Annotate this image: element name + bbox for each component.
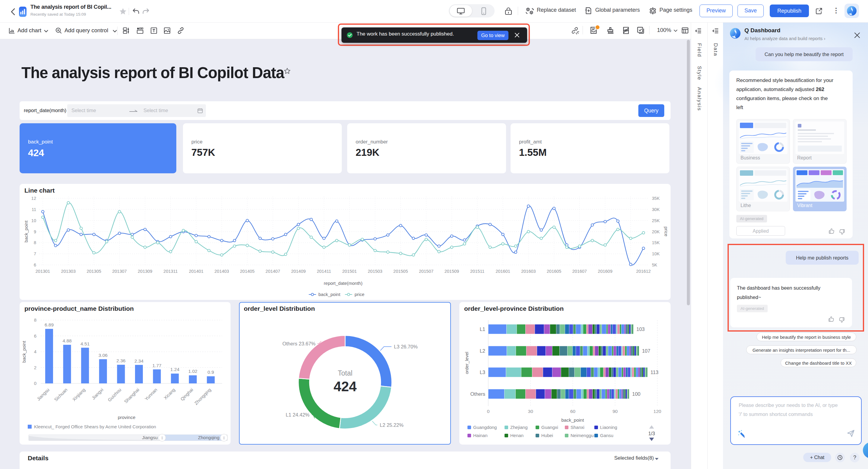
svg-text:201607: 201607	[572, 269, 587, 274]
svg-text:35K: 35K	[652, 196, 660, 201]
svg-text:report_date(month): report_date(month)	[324, 281, 362, 286]
svg-text:6.89: 6.89	[44, 322, 54, 327]
svg-text:424: 424	[334, 379, 357, 394]
svg-text:back_point: back_point	[24, 220, 29, 242]
svg-text:Shanxi: Shanxi	[570, 425, 584, 430]
svg-text:L1 24.42%: L1 24.42%	[286, 412, 310, 417]
svg-text:15K: 15K	[652, 240, 660, 245]
svg-text:201409: 201409	[291, 269, 306, 274]
svg-text:Total: Total	[338, 369, 352, 377]
svg-text:201305: 201305	[87, 269, 101, 274]
svg-text:back_point: back_point	[22, 341, 27, 363]
svg-text:Zhongqing: Zhongqing	[193, 387, 212, 406]
svg-text:Zhongqing: Zhongqing	[198, 435, 219, 440]
svg-text:201307: 201307	[112, 269, 127, 274]
svg-text:10K: 10K	[652, 251, 660, 256]
svg-text:Neimenggu: Neimenggu	[570, 433, 594, 438]
svg-text:Others 23.67%: Others 23.67%	[282, 341, 315, 346]
svg-text:order_level: order_level	[464, 352, 469, 374]
svg-text:4.51: 4.51	[81, 341, 90, 346]
svg-text:Gansu: Gansu	[600, 433, 613, 438]
svg-text:3.06: 3.06	[98, 353, 107, 358]
svg-text:L3: L3	[480, 370, 485, 375]
svg-text:Sichuan: Sichuan	[53, 387, 68, 402]
svg-text:price: price	[355, 292, 365, 297]
svg-text:||: ||	[161, 436, 163, 439]
svg-text:201612: 201612	[636, 269, 651, 274]
svg-text:10: 10	[31, 218, 36, 223]
svg-text:Xicang: Xicang	[163, 387, 176, 400]
svg-text:Kleencut_ Forged Office Shears: Kleencut_ Forged Office Shears by Acme U…	[34, 424, 156, 429]
svg-text:201601: 201601	[495, 269, 510, 274]
svg-text:0: 0	[487, 409, 490, 414]
svg-text:201403: 201403	[215, 269, 229, 274]
svg-text:201603: 201603	[521, 269, 535, 274]
svg-text:30K: 30K	[652, 207, 660, 212]
svg-text:2.34: 2.34	[134, 358, 144, 364]
svg-text:201401: 201401	[189, 269, 204, 274]
svg-text:Qinghai: Qinghai	[179, 387, 194, 402]
svg-text:2.36: 2.36	[116, 358, 125, 363]
svg-text:4: 4	[34, 349, 36, 354]
svg-text:201301: 201301	[36, 269, 50, 274]
svg-text:4.88: 4.88	[63, 338, 72, 343]
svg-text:Guangdong: Guangdong	[473, 425, 497, 430]
svg-text:1.24: 1.24	[170, 367, 180, 372]
svg-text:Guangxi: Guangxi	[541, 425, 558, 430]
svg-text:Jiangxi: Jiangxi	[91, 387, 104, 401]
svg-text:Hainan: Hainan	[473, 433, 488, 438]
svg-text:201605: 201605	[547, 269, 561, 274]
svg-text:20K: 20K	[652, 229, 660, 234]
svg-text:Liaoning: Liaoning	[600, 425, 617, 430]
svg-text:back_point: back_point	[318, 292, 341, 297]
svg-text:100: 100	[632, 391, 641, 397]
svg-text:Hubei: Hubei	[541, 433, 553, 438]
svg-text:6: 6	[34, 333, 36, 339]
svg-text:12: 12	[31, 196, 36, 201]
svg-text:L3 26.70%: L3 26.70%	[394, 344, 418, 349]
svg-text:103: 103	[637, 326, 645, 332]
svg-text:8: 8	[34, 240, 36, 245]
svg-text:back_point: back_point	[561, 417, 584, 423]
svg-text:201507: 201507	[419, 269, 433, 274]
svg-text:||: ||	[223, 436, 224, 439]
svg-text:201407: 201407	[266, 269, 280, 274]
svg-text:6: 6	[34, 262, 36, 268]
svg-text:Xinjiang: Xinjiang	[71, 387, 87, 402]
svg-text:11: 11	[32, 207, 36, 212]
svg-text:1.77: 1.77	[153, 363, 161, 368]
svg-text:201411: 201411	[317, 269, 331, 274]
svg-text:7: 7	[34, 251, 36, 256]
svg-text:60: 60	[570, 409, 576, 414]
svg-text:Jiangsu: Jiangsu	[142, 435, 158, 440]
svg-text:L2 25.22%: L2 25.22%	[380, 422, 404, 428]
svg-text:Yunnan: Yunnan	[144, 387, 158, 402]
svg-text:201511: 201511	[470, 269, 484, 274]
svg-text:30: 30	[528, 409, 533, 414]
svg-text:25K: 25K	[652, 218, 660, 223]
svg-text:Guizhou: Guizhou	[107, 387, 122, 403]
svg-text:province: province	[118, 415, 135, 420]
svg-text:201311: 201311	[163, 269, 178, 274]
svg-text:107: 107	[642, 348, 650, 353]
svg-text:201309: 201309	[138, 269, 152, 274]
svg-text:120: 120	[653, 409, 661, 414]
svg-text:Shanghai: Shanghai	[123, 387, 140, 404]
svg-text:2: 2	[34, 365, 36, 370]
svg-text:Zhejiang: Zhejiang	[510, 425, 528, 430]
svg-text:Jiangsu: Jiangsu	[36, 387, 51, 402]
svg-text:9: 9	[34, 229, 36, 234]
svg-text:L2: L2	[480, 348, 485, 353]
svg-text:0: 0	[34, 381, 36, 386]
svg-text:201501: 201501	[342, 269, 357, 274]
svg-text:201405: 201405	[240, 269, 254, 274]
svg-text:price: price	[664, 227, 669, 237]
svg-text:8: 8	[34, 317, 36, 322]
svg-text:201609: 201609	[598, 269, 613, 274]
svg-text:5K: 5K	[652, 262, 657, 268]
svg-text:L1: L1	[480, 326, 485, 332]
svg-text:Henan: Henan	[510, 433, 524, 438]
svg-text:201505: 201505	[393, 269, 408, 274]
svg-text:90: 90	[613, 409, 618, 414]
svg-text:201303: 201303	[61, 269, 76, 274]
